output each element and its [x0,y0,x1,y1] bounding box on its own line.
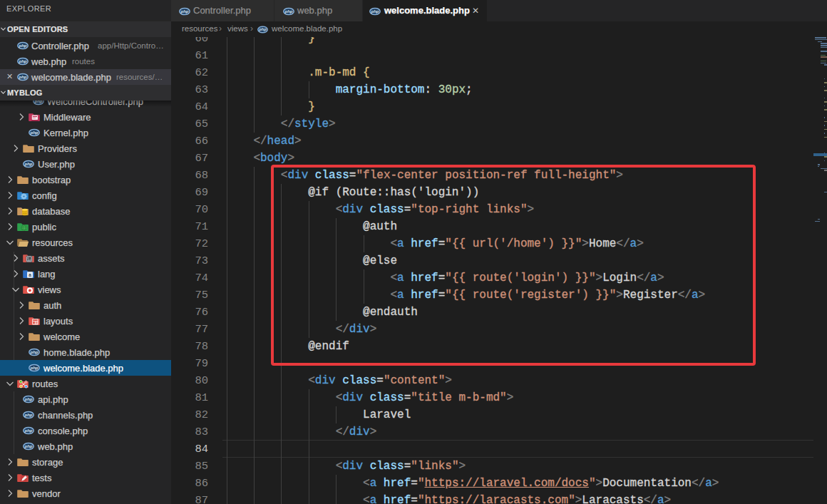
svg-text:php: php [24,413,33,417]
svg-text:php: php [30,366,38,370]
svg-text:php: php [24,397,33,401]
svg-text:php: php [180,9,189,14]
svg-text:php: php [30,350,38,354]
svg-text:php: php [24,444,33,448]
svg-text:php: php [30,130,38,135]
svg-text:php: php [24,428,33,433]
svg-text:php: php [19,75,27,79]
svg-text:php: php [19,59,27,63]
svg-text:php: php [258,27,267,31]
svg-text:a: a [29,272,31,277]
svg-text:php: php [284,9,293,14]
svg-text:php: php [371,9,379,14]
svg-text:php: php [19,43,27,48]
svg-text:php: php [24,162,33,166]
